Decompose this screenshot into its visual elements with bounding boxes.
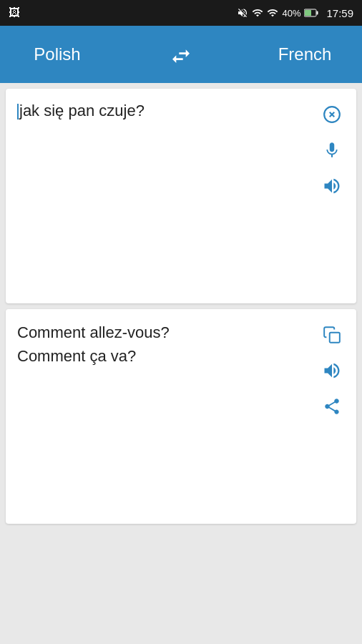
status-bar-left: 🖼 <box>9 6 233 19</box>
app-bar: Polish French <box>0 26 362 83</box>
output-card: Comment allez-vous? Comment ça va? <box>6 309 356 524</box>
svg-rect-6 <box>330 333 340 343</box>
clear-input-button[interactable] <box>319 102 345 127</box>
text-cursor <box>17 104 19 119</box>
wifi-icon <box>252 7 263 19</box>
output-text-line1: Comment allez-vous? <box>17 321 310 344</box>
signal-icon <box>267 7 278 19</box>
copy-icon <box>323 326 341 344</box>
volume-output-icon <box>322 361 342 381</box>
output-text-area: Comment allez-vous? Comment ça va? <box>17 321 319 512</box>
close-circle-icon <box>323 105 341 124</box>
share-translation-button[interactable] <box>319 394 345 419</box>
mute-icon <box>237 7 248 19</box>
photo-icon: 🖼 <box>9 6 20 19</box>
target-language-button[interactable]: French <box>262 39 348 70</box>
svg-rect-1 <box>305 10 311 16</box>
input-text-area[interactable]: jak się pan czuje? <box>17 100 319 292</box>
input-icons <box>319 100 345 292</box>
input-text: jak się pan czuje? <box>17 102 145 119</box>
source-language-button[interactable]: Polish <box>14 39 100 70</box>
microphone-icon <box>323 141 341 160</box>
share-icon <box>323 397 341 416</box>
swap-languages-button[interactable] <box>164 39 198 70</box>
swap-icon <box>170 44 192 64</box>
output-text-line2: Comment ça va? <box>17 344 310 368</box>
main-content: jak się pan czuje? <box>0 83 362 644</box>
microphone-button[interactable] <box>319 137 345 163</box>
input-card: jak się pan czuje? <box>6 89 356 303</box>
time-display: 17:59 <box>326 7 353 19</box>
output-icons <box>319 321 345 512</box>
copy-translation-button[interactable] <box>319 322 345 348</box>
speak-input-button[interactable] <box>319 173 345 199</box>
status-icons: 40% 17:59 <box>237 7 353 19</box>
battery-level: 40% <box>282 8 300 19</box>
status-bar: 🖼 40% 17:59 <box>0 0 362 26</box>
volume-icon <box>322 176 342 196</box>
speak-translation-button[interactable] <box>319 358 345 384</box>
battery-icon <box>304 9 318 17</box>
svg-rect-2 <box>317 11 318 15</box>
